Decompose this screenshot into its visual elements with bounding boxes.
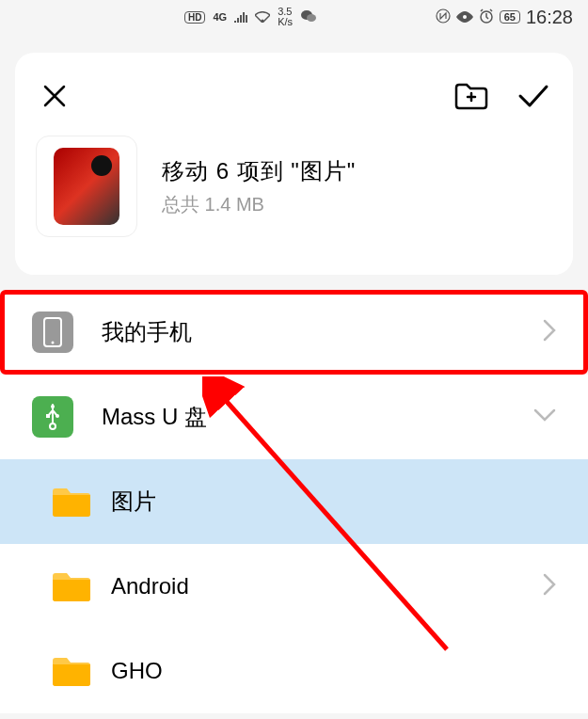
storage-list: 我的手机 Mass U 盘 图片 Android GHO (0, 290, 588, 713)
close-button[interactable] (36, 77, 73, 115)
confirm-button[interactable] (515, 77, 552, 115)
folder-item-gho[interactable]: GHO (0, 629, 588, 713)
chevron-right-icon (543, 319, 556, 345)
new-folder-icon (453, 80, 490, 112)
svg-point-4 (463, 15, 467, 19)
storage-item-phone[interactable]: 我的手机 (0, 290, 588, 375)
hd-badge: HD (184, 11, 205, 24)
storage-item-usb[interactable]: Mass U 盘 (0, 375, 588, 459)
network-4g-icon: 4G (213, 11, 227, 23)
svg-point-0 (262, 19, 264, 22)
clock-time: 16:28 (526, 7, 573, 28)
phone-icon (32, 312, 73, 353)
wechat-icon (300, 8, 317, 26)
svg-point-10 (56, 414, 59, 418)
svg-point-2 (307, 14, 316, 22)
storage-item-label: 我的手机 (102, 317, 543, 347)
signal-bars-icon (234, 9, 247, 25)
chevron-down-icon (533, 408, 556, 425)
svg-point-7 (52, 342, 55, 344)
close-icon (41, 83, 68, 109)
network-speed: 3.5K/s (278, 7, 293, 27)
folder-icon (51, 481, 92, 522)
chevron-right-icon (543, 573, 556, 599)
folder-icon (51, 566, 92, 607)
folder-icon (51, 650, 92, 692)
folder-item-label: Android (111, 573, 543, 599)
alarm-icon (479, 8, 494, 26)
move-dialog-card: 移动 6 项到 "图片" 总共 1.4 MB (15, 53, 573, 275)
svg-rect-9 (46, 414, 50, 418)
eye-icon (456, 9, 473, 25)
card-header (36, 53, 552, 122)
folder-item-label: 图片 (111, 487, 556, 517)
usb-icon (32, 396, 73, 438)
folder-item-pictures[interactable]: 图片 (0, 459, 588, 544)
thumbnail-preview (36, 136, 137, 237)
battery-indicator: 65 (500, 10, 520, 24)
checkmark-icon (516, 83, 550, 109)
move-subtitle: 总共 1.4 MB (162, 192, 356, 217)
status-bar: HD 4G 3.5K/s 65 16:28 (0, 0, 588, 34)
move-title: 移动 6 项到 "图片" (162, 156, 356, 186)
storage-item-label: Mass U 盘 (102, 402, 533, 432)
new-folder-button[interactable] (453, 77, 490, 115)
svg-point-8 (51, 405, 55, 408)
folder-item-android[interactable]: Android (0, 544, 588, 629)
folder-item-label: GHO (111, 658, 556, 684)
wifi-icon (255, 9, 270, 25)
move-info-section: 移动 6 项到 "图片" 总共 1.4 MB (36, 122, 552, 275)
nfc-icon (436, 8, 451, 26)
